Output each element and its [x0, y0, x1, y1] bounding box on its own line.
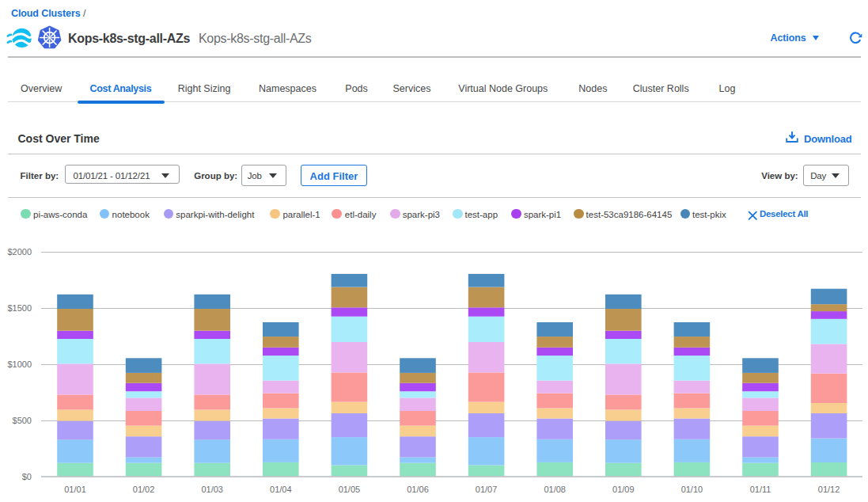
svg-text:01/03: 01/03	[201, 485, 223, 494]
svg-text:$1500: $1500	[7, 303, 32, 313]
svg-text:$500: $500	[13, 416, 32, 425]
svg-text:01/12: 01/12	[818, 485, 840, 494]
svg-text:$1000: $1000	[7, 359, 32, 369]
svg-text:$2000: $2000	[7, 247, 32, 257]
svg-text:01/09: 01/09	[612, 485, 635, 494]
svg-text:01/11: 01/11	[750, 485, 771, 494]
svg-text:01/06: 01/06	[407, 485, 429, 494]
svg-text:01/07: 01/07	[476, 485, 498, 494]
svg-text:01/08: 01/08	[544, 485, 566, 494]
svg-text:01/05: 01/05	[339, 485, 361, 494]
svg-text:01/10: 01/10	[681, 485, 703, 494]
svg-text:$0: $0	[22, 472, 32, 481]
svg-text:01/04: 01/04	[270, 485, 292, 494]
svg-text:01/01: 01/01	[64, 485, 86, 494]
svg-text:01/02: 01/02	[133, 485, 155, 494]
